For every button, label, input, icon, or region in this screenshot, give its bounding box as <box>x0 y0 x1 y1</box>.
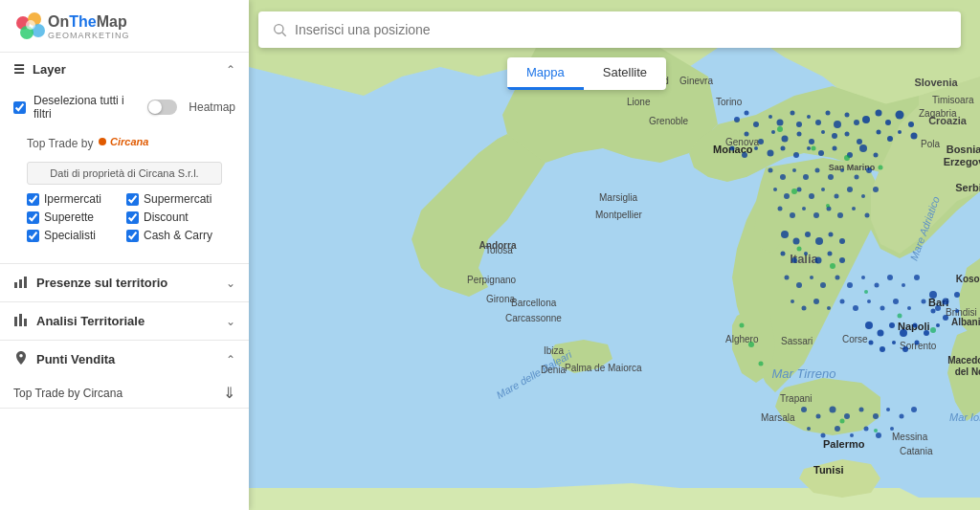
download-icon[interactable]: ⇓ <box>223 384 235 402</box>
svg-point-146 <box>791 257 797 263</box>
svg-point-88 <box>821 130 825 134</box>
svg-text:Trapani: Trapani <box>780 393 813 404</box>
presenze-section-header[interactable]: Presenze sul territorio ⌄ <box>0 264 249 301</box>
svg-point-192 <box>801 407 807 412</box>
svg-point-183 <box>892 341 896 344</box>
svg-point-164 <box>813 299 819 304</box>
svg-point-96 <box>781 146 786 151</box>
layer-section-header[interactable]: ☰ Layer ⌃ <box>0 53 249 86</box>
svg-point-180 <box>936 323 940 327</box>
presenze-icon <box>13 274 29 292</box>
checkbox-supermercati[interactable]: Supermercati <box>126 192 222 206</box>
svg-point-77 <box>815 120 821 125</box>
svg-point-212 <box>791 188 797 194</box>
svg-point-76 <box>807 115 811 119</box>
svg-point-178 <box>913 323 918 328</box>
punti-section-header[interactable]: Punti Vendita ⌃ <box>0 341 249 378</box>
checkbox-ipermercati-input[interactable] <box>27 193 39 206</box>
tab-satellite[interactable]: Satellite <box>584 57 666 90</box>
svg-text:Alghero: Alghero <box>725 334 759 344</box>
svg-text:Girona: Girona <box>486 294 515 304</box>
svg-text:Grenoble: Grenoble <box>649 116 689 126</box>
checkbox-ipermercati[interactable]: Ipermercati <box>27 192 122 206</box>
svg-point-216 <box>864 290 868 294</box>
svg-text:Catania: Catania <box>900 446 933 456</box>
deselect-all-checkbox[interactable] <box>13 101 26 114</box>
heatmap-toggle[interactable] <box>147 100 177 115</box>
svg-text:Marsiglia: Marsiglia <box>599 192 637 203</box>
analisi-header-left: Analisi Territoriale <box>13 312 145 330</box>
svg-point-72 <box>768 115 772 119</box>
svg-point-113 <box>768 168 773 173</box>
svg-point-145 <box>781 252 786 256</box>
svg-point-215 <box>830 263 835 269</box>
checkbox-discount[interactable]: Discount <box>126 211 222 224</box>
svg-point-83 <box>758 139 764 144</box>
svg-point-187 <box>943 299 949 305</box>
svg-point-116 <box>803 174 809 180</box>
svg-text:Messina: Messina <box>892 432 928 442</box>
svg-rect-8 <box>19 279 22 288</box>
svg-point-126 <box>821 188 825 191</box>
svg-point-157 <box>861 276 865 279</box>
svg-point-144 <box>839 238 845 244</box>
presenze-svg-icon <box>13 274 29 289</box>
search-input[interactable] <box>295 22 947 37</box>
svg-point-221 <box>740 323 745 328</box>
svg-point-176 <box>889 322 895 328</box>
punti-svg-icon <box>13 350 29 366</box>
checkbox-ipermercati-label: Ipermercati <box>44 192 101 206</box>
checkbox-superette[interactable]: Superette <box>27 211 122 224</box>
tab-mappa[interactable]: Mappa <box>507 57 584 90</box>
checkbox-discount-input[interactable] <box>126 211 139 224</box>
svg-point-124 <box>797 188 802 192</box>
analisi-icon <box>13 312 29 330</box>
svg-point-86 <box>797 132 802 137</box>
svg-text:Barcellona: Barcellona <box>511 298 557 308</box>
sidebar-logo-area: OnTheMap Geomarketing <box>0 0 249 53</box>
svg-text:Albania: Albania <box>951 317 980 327</box>
svg-text:Marsala: Marsala <box>761 412 795 423</box>
svg-text:Kosovo: Kosovo <box>956 274 980 284</box>
svg-point-177 <box>900 329 907 337</box>
checkbox-specialisti-input[interactable] <box>27 230 39 242</box>
svg-text:Zagabria: Zagabria <box>919 108 957 119</box>
svg-point-202 <box>821 433 826 438</box>
svg-point-123 <box>784 193 790 199</box>
svg-line-14 <box>282 33 286 36</box>
svg-point-189 <box>931 309 936 314</box>
svg-point-97 <box>793 152 799 158</box>
svg-point-149 <box>828 252 833 256</box>
svg-point-71 <box>753 122 759 127</box>
svg-point-129 <box>861 194 865 198</box>
svg-point-117 <box>815 168 820 173</box>
punti-header-left: Punti Vendita <box>13 350 115 368</box>
map[interactable]: Mappa Satellite <box>249 0 980 510</box>
svg-point-217 <box>898 314 902 319</box>
svg-point-172 <box>922 299 926 304</box>
checkbox-supermercati-input[interactable] <box>126 193 139 206</box>
svg-point-103 <box>874 153 879 158</box>
checkbox-specialisti[interactable]: Specialisti <box>27 229 122 242</box>
svg-point-125 <box>809 193 814 199</box>
svg-point-93 <box>742 152 747 158</box>
circana-logo-svg: Circana <box>99 134 151 149</box>
svg-point-98 <box>807 146 811 150</box>
layer-icon: ☰ <box>13 62 25 77</box>
svg-point-184 <box>902 346 908 352</box>
svg-point-130 <box>873 187 879 192</box>
svg-point-90 <box>845 132 850 137</box>
logo-on: On <box>48 13 69 30</box>
svg-point-198 <box>886 408 890 411</box>
checkbox-cash-carry[interactable]: Cash & Carry <box>126 229 222 242</box>
svg-point-188 <box>954 292 960 298</box>
svg-point-208 <box>777 126 783 132</box>
analisi-section-header[interactable]: Analisi Territoriale ⌄ <box>0 302 249 340</box>
svg-point-79 <box>834 121 841 128</box>
checkbox-superette-input[interactable] <box>27 211 39 224</box>
layer-header-left: ☰ Layer <box>13 62 66 77</box>
svg-point-200 <box>911 407 917 412</box>
checkbox-cash-carry-input[interactable] <box>126 230 139 242</box>
svg-point-142 <box>815 237 823 245</box>
svg-rect-10 <box>14 317 17 326</box>
